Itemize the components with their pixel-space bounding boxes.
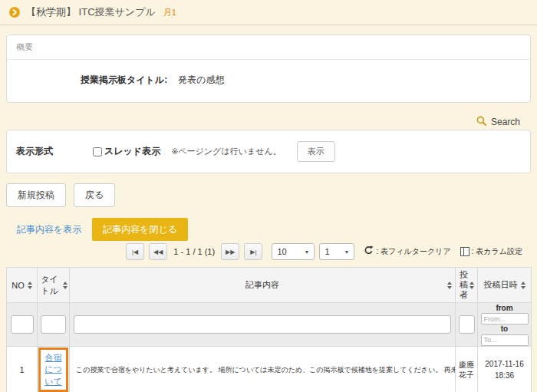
header-author[interactable]: 投稿者 [456, 268, 478, 303]
filter-to-label: to [478, 324, 531, 334]
overview-panel-title: 概要 [7, 35, 530, 60]
table-columns-icon [460, 247, 469, 256]
breadcrumb-arrow-icon [9, 7, 20, 18]
page-number-select[interactable]: 1 ▼ [319, 243, 354, 260]
table-header-row: NO タイトル 記事内容 投稿者 投稿日時 [7, 268, 532, 303]
overview-panel: 概要 授業掲示板タイトル: 発表の感想 [6, 35, 531, 103]
chevron-down-icon: ▼ [344, 249, 349, 255]
page-title: 【秋学期】 ITC授業サンプル [26, 5, 156, 19]
filter-clear-label: : 表フィルタークリア [376, 246, 450, 257]
header-title[interactable]: タイトル [38, 268, 70, 303]
row-number: 1 [7, 347, 38, 392]
post-content: この授業で合宿をやりたいと考えています。 場所については未定のため、この掲示板で… [70, 347, 456, 392]
last-page-button[interactable]: ▶| [244, 243, 262, 260]
period-badge: 月1 [163, 7, 176, 18]
header-content-label: 記事内容 [245, 280, 279, 289]
thread-view-label: スレッド表示 [104, 145, 160, 158]
filter-title-input[interactable] [41, 315, 66, 334]
filter-author-input[interactable] [459, 315, 475, 334]
display-submit-button[interactable]: 表示 [297, 141, 335, 162]
refresh-icon [364, 245, 374, 258]
header-no-label: NO [12, 281, 25, 290]
board-title-value: 発表の感想 [178, 74, 224, 87]
post-title-link[interactable]: 合宿について [41, 352, 65, 387]
header-content[interactable]: 記事内容 [70, 268, 456, 303]
sort-icon [63, 282, 68, 289]
display-format-panel: 表示形式 スレッド表示 ※ページングは行いません。 表示 [6, 130, 531, 173]
first-page-button[interactable]: |◀ [126, 243, 144, 260]
content-tabs: 記事内容を表示 記事内容を閉じる [6, 218, 537, 241]
tab-close-content[interactable]: 記事内容を閉じる [92, 218, 188, 241]
display-format-label: 表示形式 [16, 145, 93, 158]
thread-view-checkbox[interactable] [93, 147, 102, 156]
tab-show-content[interactable]: 記事内容を表示 [6, 218, 92, 241]
post-author: 慶應 花子 [456, 347, 478, 392]
post-datetime: 2017-11-16 18:36 [478, 347, 532, 392]
paging-note: ※ページングは行いません。 [171, 146, 282, 157]
filter-no-input[interactable] [11, 315, 34, 334]
sort-icon [521, 282, 525, 289]
search-label: Search [491, 117, 520, 127]
column-config-label: : 表カラム設定 [472, 246, 522, 257]
posts-table: NO タイトル 記事内容 投稿者 投稿日時 from to [6, 267, 531, 392]
header-no[interactable]: NO [7, 268, 38, 303]
new-post-button-top[interactable]: 新規投稿 [6, 183, 66, 207]
page-header: 【秋学期】 ITC授業サンプル 月1 [0, 0, 537, 25]
page-size-value: 10 [277, 247, 286, 256]
page-number-value: 1 [325, 247, 329, 256]
filter-date-from-input[interactable] [481, 313, 529, 324]
table-filter-row: from to [7, 303, 532, 347]
sort-icon [469, 282, 474, 289]
header-author-label: 投稿者 [460, 270, 469, 301]
sort-icon [447, 282, 452, 289]
filter-clear-control[interactable]: : 表フィルタークリア [364, 245, 450, 258]
prev-page-button[interactable]: ◀◀ [149, 243, 167, 260]
action-buttons-top: 新規投稿 戻る [6, 183, 537, 207]
back-button-top[interactable]: 戻る [74, 183, 115, 207]
filter-from-label: from [478, 304, 531, 313]
header-date-label: 投稿日時 [484, 279, 518, 291]
chevron-down-icon: ▼ [304, 249, 309, 255]
highlight-box: 合宿について [38, 348, 68, 392]
search-icon [476, 116, 486, 128]
header-date[interactable]: 投稿日時 [478, 268, 532, 303]
filter-date-to-input[interactable] [481, 334, 529, 346]
next-page-button[interactable]: ▶▶ [221, 243, 239, 260]
pagination-bar: |◀ ◀◀ 1 - 1 / 1 (1) ▶▶ ▶| 10 ▼ 1 ▼ : 表フィ… [126, 242, 537, 261]
page-size-select[interactable]: 10 ▼ [272, 243, 315, 260]
sort-icon [28, 282, 32, 289]
filter-content-input[interactable] [74, 315, 451, 334]
header-title-label: タイトル [39, 274, 60, 297]
pagination-info: 1 - 1 / 1 (1) [172, 247, 216, 256]
column-config-control[interactable]: : 表カラム設定 [460, 246, 522, 257]
table-row: 1 合宿について この授業で合宿をやりたいと考えています。 場所については未定の… [7, 347, 532, 392]
board-title-label: 授業掲示板タイトル: [81, 74, 167, 87]
search-toggle[interactable]: Search [0, 115, 520, 128]
